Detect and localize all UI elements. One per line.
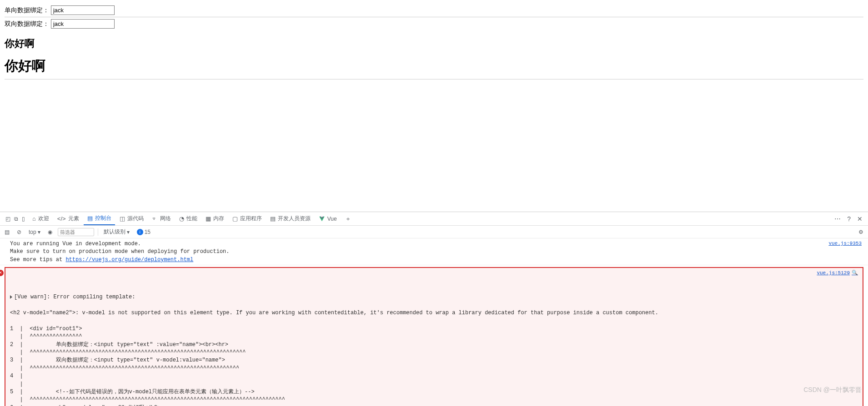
tab-application-label: 应用程序 xyxy=(240,215,262,223)
tab-console-label: 控制台 xyxy=(95,214,111,222)
tab-vue-label: Vue xyxy=(327,216,337,222)
tab-devresources[interactable]: ▤ 开发人员资源 xyxy=(266,212,314,225)
clear-console-icon[interactable]: ⊘ xyxy=(15,228,23,236)
error-icon: ✕ xyxy=(0,270,4,276)
page-content: 单向数据绑定： 双向数据绑定： 你好啊 你好啊 xyxy=(0,0,868,85)
log-level-selector[interactable]: 默认级别 ▾ xyxy=(102,227,131,237)
oneway-binding-row: 单向数据绑定： xyxy=(5,5,863,15)
code-icon: </> xyxy=(57,215,66,222)
twoway-input[interactable] xyxy=(51,19,115,29)
inspect-icon[interactable]: ◰ xyxy=(5,216,11,222)
error-srcref-text: vue.js:5129 xyxy=(817,270,850,276)
divider xyxy=(5,17,863,17)
tab-memory[interactable]: ▦ 内存 xyxy=(202,212,228,225)
context-selector[interactable]: top ▾ xyxy=(27,228,42,236)
device-icon[interactable]: ⧉ xyxy=(13,216,19,222)
console-toolbar: ▤ ⊘ top ▾ ◉ 默认级别 ▾ i 15 ⚙ xyxy=(0,226,868,238)
hello-h1: 你好啊 xyxy=(5,57,863,75)
plus-icon: ＋ xyxy=(345,215,351,223)
issues-indicator[interactable]: i 15 xyxy=(135,228,152,236)
magnifier-icon[interactable]: 🔍 xyxy=(852,270,858,276)
tab-memory-label: 内存 xyxy=(213,215,224,223)
vue-icon xyxy=(319,216,325,222)
twoway-label: 双向数据绑定： xyxy=(5,20,49,27)
source-icon: ◫ xyxy=(120,215,125,222)
expand-triangle-icon[interactable] xyxy=(10,295,12,299)
eye-icon[interactable]: ◉ xyxy=(46,228,54,236)
tab-vue[interactable]: Vue xyxy=(315,212,341,225)
error-headline: [Vue warn]: Error compiling template: xyxy=(14,294,135,300)
tab-elements-label: 元素 xyxy=(68,215,79,223)
tab-application[interactable]: ▢ 应用程序 xyxy=(229,212,266,225)
sidebar-toggle-icon[interactable]: ▤ xyxy=(3,228,11,236)
tab-performance-label: 性能 xyxy=(186,215,197,223)
devtools-panel: ◰ ⧉ ▯ ⌂ 欢迎 </> 元素 ▤ 控制台 ◫ 源代码 ᯤ 网络 ◔ 性能 xyxy=(0,212,868,406)
console-settings-icon[interactable]: ⚙ xyxy=(857,228,865,236)
twoway-binding-row: 双向数据绑定： xyxy=(5,19,863,29)
filter-input[interactable] xyxy=(58,228,94,236)
app-icon: ▢ xyxy=(232,215,238,222)
error-body: <h2 v-model="name2">: v-model is not sup… xyxy=(10,310,658,406)
home-icon: ⌂ xyxy=(32,215,36,222)
close-icon[interactable]: ✕ xyxy=(854,215,865,223)
context-label: top xyxy=(29,229,36,235)
chip-icon: ▦ xyxy=(206,215,211,222)
resource-icon: ▤ xyxy=(270,215,276,222)
console-log-error: ✕ vue.js:5129🔍 [Vue warn]: Error compili… xyxy=(5,267,863,406)
console-icon: ▤ xyxy=(87,215,93,222)
hello-h2: 你好啊 xyxy=(5,37,863,50)
tab-sources[interactable]: ◫ 源代码 xyxy=(116,212,147,225)
help-icon[interactable]: ? xyxy=(844,215,853,223)
oneway-input[interactable] xyxy=(51,5,115,15)
console-log-info: You are running Vue in development mode.… xyxy=(0,239,868,265)
tab-network[interactable]: ᯤ 网络 xyxy=(148,212,175,225)
gauge-icon: ◔ xyxy=(179,215,184,222)
tab-welcome[interactable]: ⌂ 欢迎 xyxy=(29,212,53,225)
source-ref-link[interactable]: vue.js:5129🔍 xyxy=(817,270,858,277)
devtools-tabs: ◰ ⧉ ▯ ⌂ 欢迎 </> 元素 ▤ 控制台 ◫ 源代码 ᯤ 网络 ◔ 性能 xyxy=(0,212,868,226)
tab-network-label: 网络 xyxy=(160,215,171,223)
chevron-down-icon: ▾ xyxy=(127,229,130,235)
tab-add[interactable]: ＋ xyxy=(341,212,355,225)
tab-welcome-label: 欢迎 xyxy=(38,215,49,223)
more-icon[interactable]: ⋯ xyxy=(832,215,843,223)
console-output: You are running Vue in development mode.… xyxy=(0,238,868,406)
dock-icon[interactable]: ▯ xyxy=(21,216,26,222)
issue-count: 15 xyxy=(145,229,151,235)
divider xyxy=(5,79,863,79)
chevron-down-icon: ▾ xyxy=(38,229,40,235)
info-dot-icon: i xyxy=(137,229,143,235)
source-ref-link[interactable]: vue.js:9353 xyxy=(828,240,862,248)
deployment-link[interactable]: https://vuejs.org/guide/deployment.html xyxy=(65,257,193,263)
tab-performance[interactable]: ◔ 性能 xyxy=(176,212,201,225)
tab-console[interactable]: ▤ 控制台 xyxy=(84,212,115,225)
wifi-icon: ᯤ xyxy=(152,215,158,222)
tab-sources-label: 源代码 xyxy=(127,215,144,223)
log-level-label: 默认级别 xyxy=(104,228,125,236)
tab-elements[interactable]: </> 元素 xyxy=(54,212,83,225)
oneway-label: 单向数据绑定： xyxy=(5,6,49,14)
tab-devresources-label: 开发人员资源 xyxy=(278,215,311,223)
